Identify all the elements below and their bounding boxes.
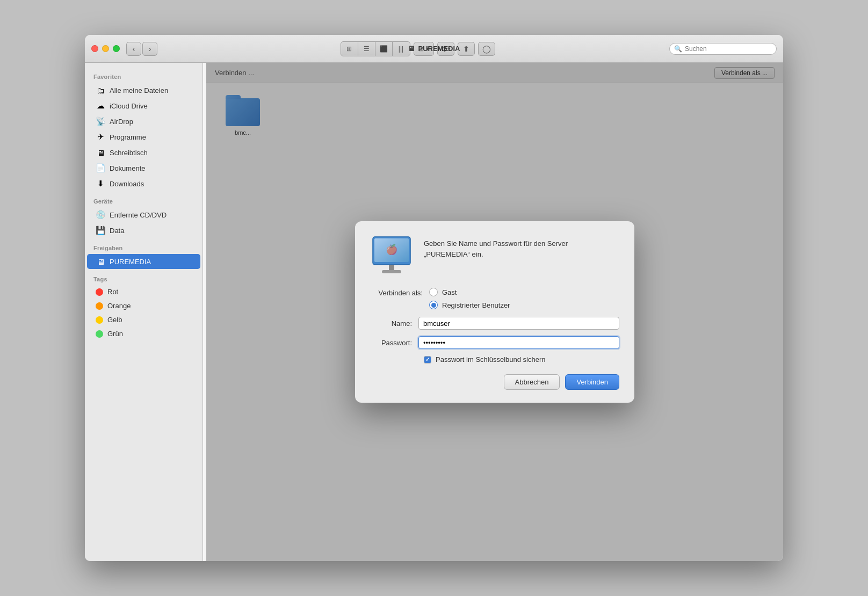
name-row: Name: (370, 317, 619, 330)
airdrop-icon: 📡 (96, 117, 105, 126)
gruen-dot (96, 330, 103, 338)
dialog-top: 🍎 Geben Sie Name und Passwort für den Se… (370, 234, 619, 277)
svg-rect-2 (389, 265, 394, 270)
share-icon: ⬆ (463, 45, 469, 53)
favorites-header: Favoriten (85, 67, 202, 82)
gelb-dot (96, 316, 103, 324)
sidebar-item-downloads[interactable]: ⬇ Downloads (87, 176, 200, 191)
radio-group: Gast Registrierter Benutzer (429, 288, 510, 309)
back-button[interactable]: ‹ (126, 42, 141, 56)
view-icon-btn[interactable]: ⊞ (341, 42, 358, 56)
nav-buttons: ‹ › (126, 42, 157, 56)
radio-registered-circle[interactable] (429, 301, 438, 309)
password-row: Passwort: (370, 336, 619, 349)
sidebar-label-icloud: iCloud Drive (110, 102, 148, 110)
search-input[interactable] (685, 45, 772, 53)
radio-gast-circle[interactable] (429, 288, 438, 296)
dialog-overlay: 🍎 Geben Sie Name und Passwort für den Se… (206, 63, 783, 561)
password-input[interactable] (418, 336, 619, 349)
sidebar-item-data[interactable]: 💾 Data (87, 223, 200, 238)
schreibtisch-icon: 🖥 (96, 148, 105, 157)
window-title: 🖥 PUREMEDIA (408, 45, 460, 53)
data-icon: 💾 (96, 226, 105, 235)
checkbox-label: Passwort im Schlüsselbund sichern (436, 355, 545, 364)
sidebar: Favoriten 🗂 Alle meine Dateien ☁ iCloud … (85, 63, 203, 561)
sidebar-label-puremedia: PUREMEDIA (110, 258, 151, 266)
programme-icon: ✈ (96, 132, 105, 142)
connect-dialog: 🍎 Geben Sie Name und Passwort für den Se… (355, 221, 634, 403)
icloud-icon: ☁ (96, 101, 105, 111)
tags-header: Tags (85, 270, 202, 285)
monitor-svg: 🍎 (370, 236, 413, 276)
sidebar-item-puremedia[interactable]: 🖥 PUREMEDIA (87, 254, 200, 269)
cd-dvd-icon: 💿 (96, 210, 105, 220)
puremedia-icon: 🖥 (96, 257, 105, 266)
sidebar-label-programme: Programme (110, 133, 146, 141)
downloads-icon: ⬇ (96, 179, 105, 188)
sidebar-label-schreibtisch: Schreibtisch (110, 149, 148, 157)
dialog-monitor-icon: 🍎 (370, 234, 413, 277)
sidebar-label-cd-dvd: Entfernte CD/DVD (110, 211, 167, 219)
sidebar-item-gruen[interactable]: Grün (87, 327, 200, 340)
search-box[interactable]: 🔍 (669, 43, 777, 55)
orange-dot (96, 302, 103, 310)
svg-rect-3 (382, 270, 401, 273)
sidebar-label-downloads: Downloads (110, 180, 144, 188)
freigaben-header: Freigaben (85, 238, 202, 253)
forward-button[interactable]: › (142, 42, 157, 56)
radio-registered-item[interactable]: Registrierter Benutzer (429, 301, 510, 309)
radio-gast-item[interactable]: Gast (429, 288, 510, 296)
sidebar-label-data: Data (110, 227, 124, 235)
sidebar-label-gelb: Gelb (107, 316, 122, 324)
connect-as-label: Verbinden als: (370, 288, 429, 297)
sidebar-label-rot: Rot (107, 288, 118, 296)
sidebar-label-alle-dateien: Alle meine Dateien (110, 86, 168, 95)
sidebar-item-orange[interactable]: Orange (87, 299, 200, 312)
sidebar-label-gruen: Grün (107, 330, 123, 338)
sidebar-label-dokumente: Dokumente (110, 164, 145, 172)
dokumente-icon: 📄 (96, 163, 105, 173)
sidebar-item-rot[interactable]: Rot (87, 285, 200, 299)
view-list-btn[interactable]: ☰ (358, 42, 375, 56)
sidebar-item-dokumente[interactable]: 📄 Dokumente (87, 161, 200, 176)
maximize-button[interactable] (113, 45, 120, 52)
dialog-message: Geben Sie Name und Passwort für den Serv… (424, 234, 568, 277)
sidebar-item-programme[interactable]: ✈ Programme (87, 129, 200, 144)
tag-icon: ◯ (482, 45, 491, 53)
minimize-button[interactable] (102, 45, 109, 52)
sidebar-label-orange: Orange (107, 302, 131, 310)
sidebar-item-cd-dvd[interactable]: 💿 Entfernte CD/DVD (87, 207, 200, 222)
window-title-icon: 🖥 (408, 45, 415, 53)
sidebar-item-alle-dateien[interactable]: 🗂 Alle meine Dateien (87, 83, 200, 98)
alle-dateien-icon: 🗂 (96, 85, 105, 95)
dialog-message-line2: „PUREMEDIA“ ein. (424, 250, 483, 258)
sidebar-label-airdrop: AirDrop (110, 118, 133, 126)
title-bar: ‹ › ⊞ ☰ ⬛ ||| ⊞ ▾ ⚙ ▾ ⬆ (85, 35, 783, 63)
connect-as-row: Verbinden als: Gast Registrierter Benutz… (370, 288, 619, 309)
dialog-message-line1: Geben Sie Name und Passwort für den Serv… (424, 239, 568, 248)
dialog-buttons: Abbrechen Verbinden (370, 374, 619, 390)
save-password-checkbox[interactable] (424, 356, 431, 364)
connect-button[interactable]: Verbinden (565, 374, 619, 390)
view-flow-btn[interactable]: ||| (393, 42, 410, 56)
sidebar-item-airdrop[interactable]: 📡 AirDrop (87, 114, 200, 129)
name-input[interactable] (418, 317, 619, 330)
sidebar-item-gelb[interactable]: Gelb (87, 313, 200, 326)
view-columns-btn[interactable]: ⬛ (375, 42, 393, 56)
svg-text:🍎: 🍎 (386, 244, 398, 256)
radio-gast-label: Gast (442, 288, 457, 296)
sidebar-item-icloud[interactable]: ☁ iCloud Drive (87, 98, 200, 113)
tag-button[interactable]: ◯ (478, 42, 495, 56)
traffic-lights (91, 45, 120, 52)
name-label: Name: (370, 319, 418, 328)
close-button[interactable] (91, 45, 98, 52)
sidebar-item-schreibtisch[interactable]: 🖥 Schreibtisch (87, 145, 200, 160)
checkbox-row: Passwort im Schlüsselbund sichern (370, 355, 619, 364)
geraete-header: Geräte (85, 192, 202, 207)
cancel-button[interactable]: Abbrechen (504, 374, 560, 390)
view-button-group: ⊞ ☰ ⬛ ||| (341, 41, 410, 56)
rot-dot (96, 288, 103, 296)
radio-registered-label: Registrierter Benutzer (442, 301, 510, 309)
search-icon: 🔍 (674, 45, 682, 53)
password-label: Passwort: (370, 339, 418, 347)
